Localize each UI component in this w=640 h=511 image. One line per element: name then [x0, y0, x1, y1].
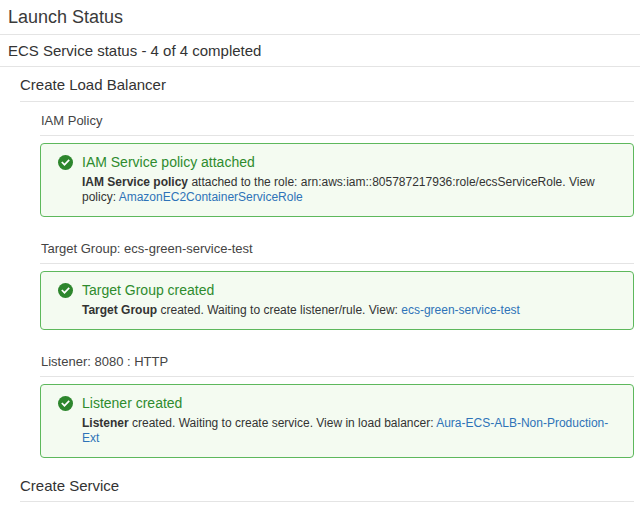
status-title: Target Group created	[82, 282, 520, 298]
status-box-content: Listener created Listener created. Waiti…	[82, 395, 619, 446]
status-summary: ECS Service status - 4 of 4 completed	[8, 43, 632, 60]
status-box: IAM Service policy attached IAM Service …	[40, 143, 634, 217]
status-description: Target Group created. Waiting to create …	[82, 303, 520, 318]
section-title: Create Load Balancer	[20, 67, 634, 102]
success-check-icon	[58, 396, 73, 411]
launch-status-page: Launch Status ECS Service status - 4 of …	[0, 8, 640, 511]
step-target-group: Target Group: ecs-green-service-test Tar…	[40, 242, 634, 330]
status-description-text: created. Waiting to create listener/rule…	[157, 303, 401, 317]
status-box: Target Group created Target Group create…	[40, 271, 634, 330]
status-box: Listener created Listener created. Waiti…	[40, 384, 634, 458]
success-check-icon	[58, 283, 73, 298]
section-create-load-balancer: Create Load Balancer IAM Policy IAM Serv…	[20, 67, 634, 458]
section-title: Create Service	[20, 468, 634, 503]
step-header: IAM Policy	[40, 114, 634, 136]
status-box-content: IAM Service policy attached IAM Service …	[82, 154, 619, 205]
step-listener: Listener: 8080 : HTTP Listener created L…	[40, 355, 634, 458]
view-policy-link[interactable]: AmazonEC2ContainerServiceRole	[119, 190, 303, 204]
step-header: Target Group: ecs-green-service-test	[40, 242, 634, 264]
section-create-service: Create Service Create service: green-ser…	[20, 468, 634, 511]
status-title: IAM Service policy attached	[82, 154, 619, 170]
status-description: IAM Service policy attached to the role:…	[82, 175, 619, 205]
step-header: Listener: 8080 : HTTP	[40, 355, 634, 377]
page-title: Launch Status	[8, 8, 640, 28]
status-description: Listener created. Waiting to create serv…	[82, 416, 619, 446]
status-description-lead: IAM Service policy	[82, 175, 188, 189]
view-target-group-link[interactable]: ecs-green-service-test	[401, 303, 520, 317]
divider	[0, 34, 640, 35]
status-description-lead: Target Group	[82, 303, 157, 317]
step-iam-policy: IAM Policy IAM Service policy attached I…	[40, 114, 634, 217]
status-description-lead: Listener	[82, 416, 129, 430]
status-box-content: Target Group created Target Group create…	[82, 282, 520, 318]
status-title: Listener created	[82, 395, 619, 411]
status-description-text: created. Waiting to create service. View…	[129, 416, 437, 430]
success-check-icon	[58, 155, 73, 170]
